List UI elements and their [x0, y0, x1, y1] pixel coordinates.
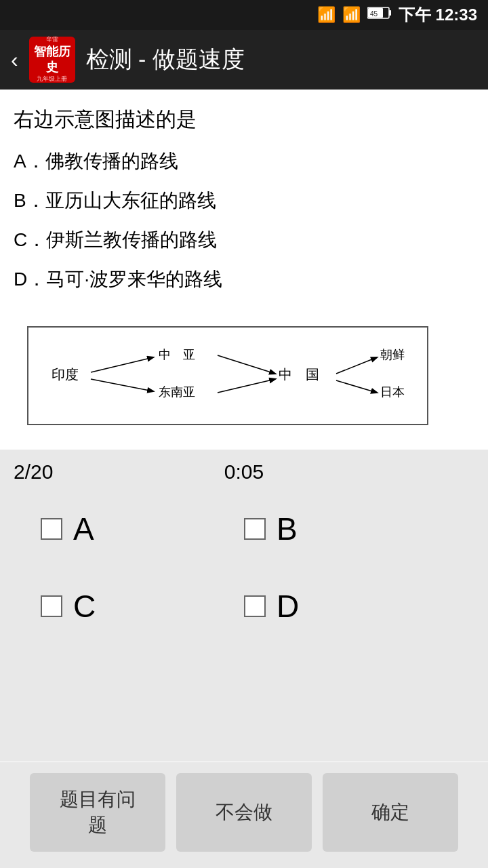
skip-button[interactable]: 不会做 — [176, 773, 312, 852]
battery-icon: 45 — [367, 6, 392, 24]
diagram-left-node: 印度 — [52, 367, 79, 382]
svg-line-9 — [218, 379, 275, 393]
signal-icon: 📶 — [342, 6, 361, 24]
choice-a-label: A — [73, 511, 94, 547]
checkbox-b[interactable] — [244, 518, 266, 540]
progress-timer-row: 2/20 0:05 — [14, 460, 474, 484]
choice-c[interactable]: C — [41, 588, 244, 625]
svg-text:中　国: 中 国 — [279, 367, 319, 382]
choice-b[interactable]: B — [244, 511, 447, 547]
svg-text:日本: 日本 — [380, 385, 405, 399]
svg-line-4 — [91, 357, 153, 372]
status-bar: 📶 📶 45 下午 12:33 — [0, 0, 488, 30]
svg-text:45: 45 — [370, 10, 378, 18]
bottom-action-bar: 题目有问题 不会做 确定 — [0, 762, 488, 868]
question-stem: 右边示意图描述的是 — [14, 106, 474, 134]
logo-sub-text: 九年级上册 — [37, 75, 67, 83]
choice-b-label: B — [277, 511, 298, 547]
back-button[interactable]: ‹ — [11, 47, 18, 73]
confirm-button[interactable]: 确定 — [323, 773, 458, 852]
option-a: A．佛教传播的路线 — [14, 147, 474, 176]
svg-rect-1 — [389, 10, 391, 16]
svg-line-12 — [336, 380, 377, 393]
option-d: D．马可·波罗来华的路线 — [14, 265, 474, 294]
choice-d-label: D — [277, 588, 299, 625]
svg-line-11 — [336, 357, 377, 374]
option-b: B．亚历山大东征的路线 — [14, 186, 474, 215]
diagram: 印度 中 亚 东南亚 中 国 朝鲜 日本 — [27, 326, 428, 425]
option-c: C．伊斯兰教传播的路线 — [14, 226, 474, 254]
choice-a[interactable]: A — [41, 511, 244, 547]
logo-main-text: 智能历史 — [29, 44, 75, 76]
checkbox-c[interactable] — [41, 595, 62, 617]
answer-area: 2/20 0:05 A B C D — [0, 450, 488, 762]
choice-c-label: C — [73, 588, 96, 625]
wifi-icon: 📶 — [317, 6, 336, 24]
timer-display: 0:05 — [167, 460, 321, 484]
svg-line-5 — [91, 379, 153, 391]
app-logo: 辛雷 智能历史 九年级上册 — [29, 37, 75, 83]
question-area: 右边示意图描述的是 A．佛教传播的路线 B．亚历山大东征的路线 C．伊斯兰教传播… — [0, 90, 488, 315]
svg-text:中　亚: 中 亚 — [159, 348, 195, 361]
clock-display: 下午 12:33 — [399, 4, 477, 26]
checkbox-d[interactable] — [244, 595, 266, 617]
logo-top-text: 辛雷 — [46, 36, 58, 44]
app-header: ‹ 辛雷 智能历史 九年级上册 检测 - 做题速度 — [0, 30, 488, 90]
svg-text:东南亚: 东南亚 — [159, 385, 195, 399]
answer-choices-grid: A B C D — [14, 497, 474, 638]
svg-line-8 — [218, 355, 275, 374]
choice-d[interactable]: D — [244, 588, 447, 625]
checkbox-a[interactable] — [41, 518, 62, 540]
page-title: 检测 - 做题速度 — [86, 44, 245, 75]
report-button[interactable]: 题目有问题 — [30, 773, 165, 852]
question-progress: 2/20 — [14, 460, 167, 484]
svg-text:朝鲜: 朝鲜 — [380, 348, 405, 361]
